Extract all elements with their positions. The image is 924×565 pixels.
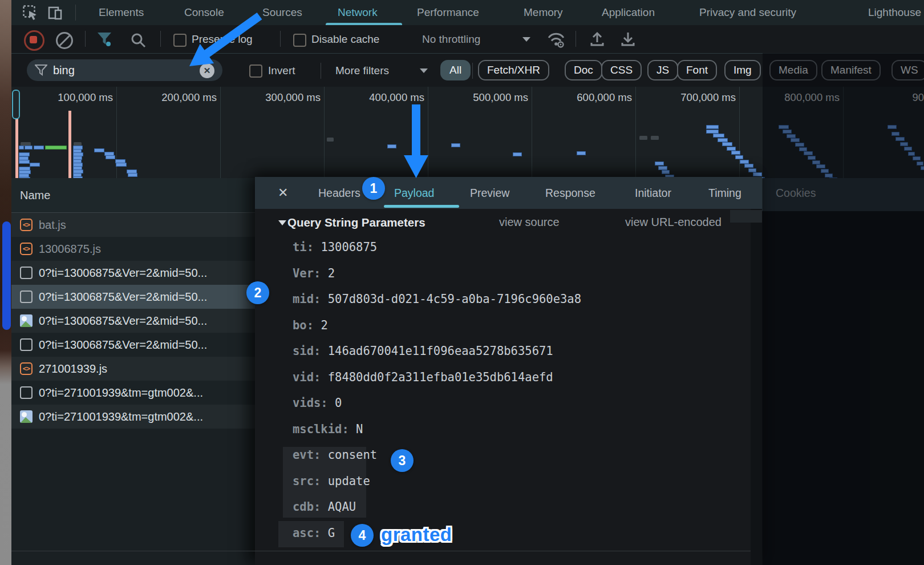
chip-img[interactable]: Img bbox=[724, 60, 761, 80]
invert-label: Invert bbox=[268, 54, 295, 87]
script-file-icon: <> bbox=[20, 219, 33, 231]
details-tab-preview[interactable]: Preview bbox=[470, 177, 509, 209]
details-tab-timing[interactable]: Timing bbox=[708, 177, 741, 209]
chip-font[interactable]: Font bbox=[677, 60, 717, 80]
waterfall-bar bbox=[19, 152, 30, 156]
chip-doc[interactable]: Doc bbox=[565, 60, 602, 80]
chip-all[interactable]: All bbox=[440, 60, 471, 80]
view-source-link[interactable]: view source bbox=[499, 216, 560, 229]
table-row[interactable]: 0?ti=271001939&tm=gtm002&... bbox=[11, 405, 255, 429]
chip-js[interactable]: JS bbox=[647, 60, 678, 80]
clear-filter-icon[interactable]: ✕ bbox=[200, 63, 214, 78]
timeline-tick-label: 200,000 ms bbox=[125, 91, 217, 105]
tab-performance[interactable]: Performance bbox=[417, 0, 479, 25]
waterfall-bar bbox=[735, 155, 743, 159]
timeline-tick-label: 100,000 ms bbox=[22, 91, 113, 105]
tab-console[interactable]: Console bbox=[184, 0, 224, 25]
param-row: ti: 13006875 bbox=[293, 240, 377, 257]
waterfall-bar bbox=[128, 173, 137, 177]
timeline-scroll-handle[interactable] bbox=[12, 90, 20, 119]
toolbar-divider bbox=[160, 31, 161, 47]
clear-network-log-button[interactable] bbox=[56, 32, 73, 49]
table-row[interactable]: <>13006875.js bbox=[11, 237, 255, 261]
query-string-parameters-title: Query String Parameters bbox=[287, 216, 425, 229]
cloud-glyph bbox=[22, 316, 27, 321]
load-event-line bbox=[68, 111, 71, 178]
desktop-background bbox=[0, 0, 11, 565]
table-row[interactable]: <>271001939.js bbox=[11, 357, 255, 381]
details-tab-response[interactable]: Response bbox=[545, 177, 595, 209]
timeline-gridline bbox=[739, 87, 740, 178]
waterfall-bar bbox=[662, 170, 670, 174]
view-url-encoded-link[interactable]: view URL-encoded bbox=[625, 216, 722, 229]
chip-css[interactable]: CSS bbox=[601, 60, 642, 80]
waterfall-bar bbox=[116, 163, 127, 167]
param-row: asc: G bbox=[293, 526, 335, 543]
step-badge-3: 3 bbox=[391, 449, 414, 472]
filter-input[interactable]: bing bbox=[27, 59, 222, 81]
waterfall-bar bbox=[513, 152, 522, 156]
timeline-gridline bbox=[635, 87, 636, 178]
filter-divider bbox=[321, 63, 321, 79]
dim-overlay bbox=[763, 53, 924, 565]
details-tab-headers[interactable]: Headers bbox=[318, 177, 360, 209]
step-badge-2: 2 bbox=[246, 281, 269, 304]
table-row[interactable]: 0?ti=13006875&Ver=2&mid=50... bbox=[11, 309, 255, 333]
more-filters-button[interactable]: More filters bbox=[335, 54, 389, 87]
param-row: mid: 507d803d-d021-4c59-a0ba-7196c960e3a… bbox=[293, 292, 581, 309]
param-row: sid: 146ad670041e11f096eaa5278b635671 bbox=[293, 344, 553, 361]
tab-lighthouse[interactable]: Lighthouse bbox=[868, 0, 921, 25]
timeline-tick-label: 400,000 ms bbox=[333, 91, 424, 105]
param-value: 0 bbox=[335, 396, 342, 410]
tab-privacy-and-security[interactable]: Privacy and security bbox=[699, 0, 796, 25]
table-row[interactable]: 0?ti=13006875&Ver=2&mid=50... bbox=[11, 333, 255, 357]
throttling-caret-icon[interactable] bbox=[522, 37, 530, 42]
throttling-select[interactable]: No throttling bbox=[422, 25, 480, 53]
tab-network[interactable]: Network bbox=[338, 0, 378, 25]
table-row[interactable]: 0?ti=13006875&Ver=2&mid=50... bbox=[11, 261, 255, 285]
param-key: sid: bbox=[293, 344, 328, 358]
inspect-element-icon[interactable] bbox=[23, 5, 38, 21]
name-column-header[interactable]: Name bbox=[11, 178, 255, 213]
table-row[interactable]: <>bat.js bbox=[11, 213, 255, 237]
waterfall-bar bbox=[713, 134, 724, 138]
filter-query-text: bing bbox=[53, 64, 75, 77]
param-key: msclkid: bbox=[293, 422, 356, 436]
details-tab-initiator[interactable]: Initiator bbox=[635, 177, 671, 209]
preserve-log-checkbox[interactable] bbox=[173, 34, 187, 47]
waterfall-bar bbox=[740, 160, 749, 164]
search-icon[interactable] bbox=[130, 32, 146, 48]
record-network-log-button[interactable] bbox=[24, 30, 44, 51]
disable-cache-checkbox[interactable] bbox=[293, 34, 306, 47]
import-har-icon[interactable] bbox=[589, 31, 606, 47]
param-row: msclkid: N bbox=[293, 422, 363, 439]
waterfall-bar bbox=[651, 136, 659, 140]
filter-divider bbox=[472, 63, 473, 79]
table-row[interactable]: 0?ti=271001939&tm=gtm002&... bbox=[11, 381, 255, 405]
invert-checkbox[interactable] bbox=[249, 64, 262, 78]
waterfall-bar bbox=[45, 146, 67, 150]
timeline-tick-label: 600,000 ms bbox=[541, 91, 632, 105]
tab-sources[interactable]: Sources bbox=[262, 0, 302, 25]
waterfall-bar bbox=[34, 146, 44, 150]
param-key: vid: bbox=[293, 370, 328, 384]
waterfall-bar bbox=[19, 160, 30, 164]
tab-elements[interactable]: Elements bbox=[99, 0, 144, 25]
network-conditions-icon[interactable] bbox=[546, 31, 567, 48]
waterfall-bar bbox=[706, 125, 719, 129]
table-row[interactable]: 0?ti=13006875&Ver=2&mid=50... bbox=[11, 285, 255, 309]
filter-funnel-icon bbox=[35, 64, 47, 76]
filter-toggle-icon[interactable] bbox=[97, 32, 114, 47]
close-details-icon[interactable]: ✕ bbox=[278, 185, 288, 200]
tab-application[interactable]: Application bbox=[602, 0, 655, 25]
details-tab-payload[interactable]: Payload bbox=[394, 177, 434, 209]
toolbar-divider bbox=[576, 31, 576, 47]
tab-memory[interactable]: Memory bbox=[524, 0, 563, 25]
export-har-icon[interactable] bbox=[619, 31, 637, 47]
device-toolbar-icon[interactable] bbox=[48, 5, 63, 21]
chip-fetch-xhr[interactable]: Fetch/XHR bbox=[478, 60, 549, 80]
param-value: 2 bbox=[328, 267, 335, 280]
waterfall-bar bbox=[706, 130, 719, 134]
section-collapse-caret-icon[interactable] bbox=[278, 220, 286, 225]
details-tab-bar: ✕ HeadersPayloadPreviewResponseInitiator… bbox=[255, 177, 762, 209]
